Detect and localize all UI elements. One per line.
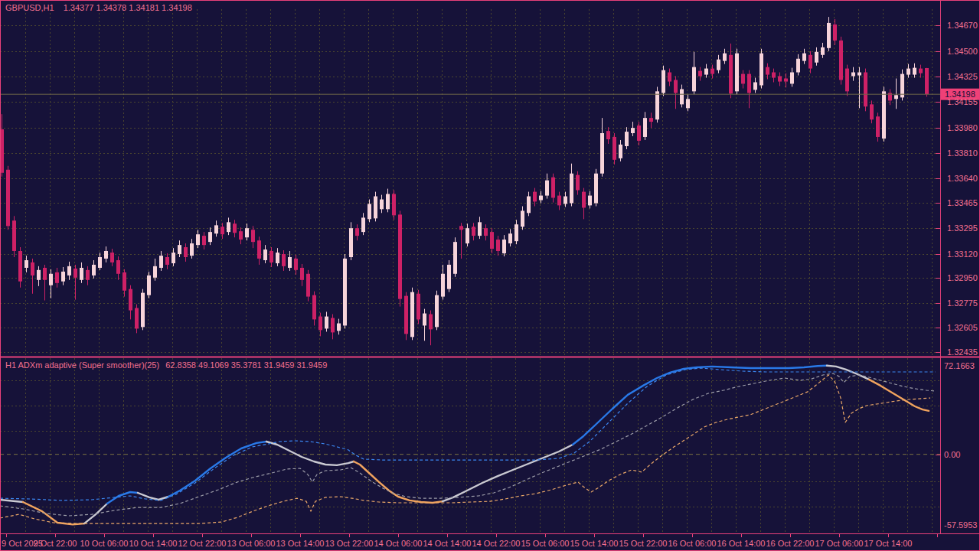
price-axis-area[interactable] — [940, 0, 980, 533]
mt5-chart-window: 1.34198 1.346701.345001.343251.341551.33… — [0, 0, 980, 551]
time-axis-area[interactable] — [0, 534, 980, 551]
chart-canvas: 1.34198 1.346701.345001.343251.341551.33… — [0, 0, 980, 551]
main-plot-area[interactable] — [0, 9, 940, 357]
indicator-plot-area[interactable] — [0, 358, 940, 533]
